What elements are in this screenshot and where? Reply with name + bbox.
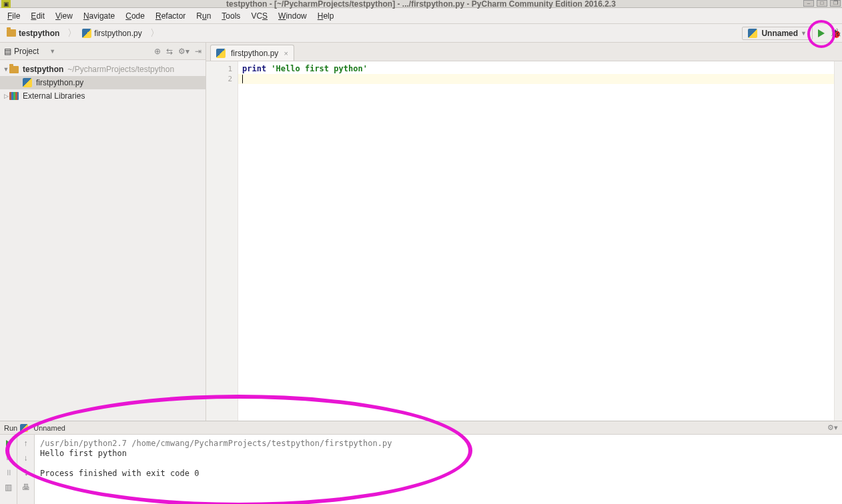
- chevron-down-icon[interactable]: ▼: [3, 66, 9, 73]
- console-exit: Process finished with exit code 0: [40, 469, 837, 479]
- console-output[interactable]: /usr/bin/python2.7 /home/cmwang/PycharmP…: [35, 435, 842, 504]
- menu-navigate[interactable]: Navigate: [79, 10, 119, 22]
- console-command: /usr/bin/python2.7 /home/cmwang/PycharmP…: [40, 439, 837, 449]
- menu-file[interactable]: File: [3, 10, 25, 22]
- soft-wrap-button[interactable]: ⤵: [20, 467, 32, 479]
- play-icon: [818, 29, 825, 37]
- text-cursor: [242, 75, 243, 83]
- project-tree: ▼ testpython ~/PycharmProjects/testpytho…: [0, 60, 205, 421]
- code-area[interactable]: print 'Hello first python': [238, 61, 834, 421]
- editor[interactable]: 1 2 print 'Hello first python': [206, 61, 842, 421]
- menu-code[interactable]: Code: [121, 10, 149, 22]
- minimize-button[interactable]: –: [803, 0, 814, 7]
- chevron-right-icon: 〉: [150, 27, 159, 39]
- folder-icon: [7, 29, 16, 37]
- project-panel-header: ▤ Project ▼ ⊕ ⇆ ⚙▾ ⇥: [0, 43, 205, 60]
- folder-icon: [9, 66, 19, 73]
- breadcrumb-project-label: testpython: [19, 29, 59, 38]
- tree-root[interactable]: ▼ testpython ~/PycharmProjects/testpytho…: [0, 63, 205, 76]
- project-panel-title[interactable]: ▤ Project ▼: [4, 47, 55, 56]
- settings-icon[interactable]: ⚙▾: [178, 47, 189, 56]
- print-button[interactable]: 🖶: [20, 481, 32, 493]
- editor-tab[interactable]: firstpython.py ×: [210, 45, 294, 61]
- menu-vcs[interactable]: VCS: [246, 10, 272, 22]
- run-tool-header: Run Unnamed ⚙▾: [0, 421, 842, 435]
- menubar: File Edit View Navigate Code Refactor Ru…: [0, 8, 842, 24]
- app-icon: ▣: [1, 0, 11, 8]
- chevron-down-icon: ▼: [801, 30, 807, 37]
- line-number-gutter: 1 2: [206, 61, 238, 421]
- window-controls: – □ ❐: [803, 0, 841, 7]
- menu-refactor[interactable]: Refactor: [151, 10, 190, 22]
- menu-tools[interactable]: Tools: [217, 10, 245, 22]
- breadcrumb: testpython 〉 firstpython.py 〉: [0, 24, 161, 42]
- rerun-button[interactable]: [3, 437, 15, 449]
- chevron-down-icon: ▼: [49, 48, 55, 55]
- chevron-right-icon[interactable]: ▷: [3, 93, 9, 99]
- python-file-icon: [23, 78, 32, 87]
- project-toolbar: ⊕ ⇆ ⚙▾ ⇥: [154, 47, 201, 56]
- menu-help[interactable]: Help: [313, 10, 339, 22]
- menu-view[interactable]: View: [51, 10, 77, 22]
- play-icon: [6, 440, 11, 447]
- run-label: Run: [4, 424, 17, 432]
- down-button[interactable]: ↓: [20, 452, 32, 464]
- project-tool-window: ▤ Project ▼ ⊕ ⇆ ⚙▾ ⇥ ▼ testpython ~/Pych…: [0, 43, 206, 421]
- breadcrumb-file[interactable]: firstpython.py: [78, 25, 148, 42]
- editor-tabs: firstpython.py ×: [206, 43, 842, 61]
- collapse-all-icon[interactable]: ⊕: [154, 47, 161, 56]
- python-file-icon: [216, 49, 226, 58]
- run-configuration-selector[interactable]: Unnamed ▼: [742, 27, 813, 40]
- run-settings-button[interactable]: ⚙▾: [827, 423, 838, 432]
- console-stdout: Hello first python: [40, 449, 837, 459]
- maximize-button[interactable]: □: [817, 0, 827, 7]
- run-button[interactable]: [818, 29, 825, 37]
- run-side-toolbar-1: ■ ⏸ ▥: [0, 435, 17, 504]
- library-icon: [9, 92, 19, 100]
- editor-tab-label: firstpython.py: [231, 49, 278, 58]
- chevron-right-icon: 〉: [67, 27, 77, 39]
- run-configuration-name: Unnamed: [761, 29, 798, 38]
- breadcrumb-project[interactable]: testpython: [3, 25, 66, 42]
- scroll-from-source-icon[interactable]: ⇆: [166, 47, 173, 56]
- python-icon: [20, 424, 28, 432]
- menu-window[interactable]: Window: [274, 10, 312, 22]
- tree-external-libraries[interactable]: ▷ External Libraries: [0, 89, 205, 103]
- python-icon: [748, 29, 757, 38]
- editor-area: firstpython.py × 1 2 print 'Hello first …: [206, 43, 842, 421]
- project-view-icon: ▤: [4, 47, 11, 56]
- python-file-icon: [82, 29, 91, 38]
- debug-button[interactable]: 🐞: [830, 29, 839, 38]
- window-title: testpython - [~/PycharmProjects/testpyth…: [226, 0, 616, 9]
- titlebar: ▣ testpython - [~/PycharmProjects/testpy…: [0, 0, 842, 8]
- breadcrumb-file-label: firstpython.py: [94, 29, 141, 38]
- right-gutter: [834, 61, 842, 421]
- close-tab-icon[interactable]: ×: [284, 49, 288, 57]
- tree-file[interactable]: firstpython.py: [0, 76, 205, 89]
- menu-edit[interactable]: Edit: [26, 10, 49, 22]
- hide-icon[interactable]: ⇥: [195, 47, 201, 56]
- layout-button[interactable]: ▥: [3, 481, 15, 493]
- menu-run[interactable]: Run: [191, 10, 216, 22]
- run-side-toolbar-2: ↑ ↓ ⤵ 🖶: [17, 435, 35, 504]
- main-split: ▤ Project ▼ ⊕ ⇆ ⚙▾ ⇥ ▼ testpython ~/Pych…: [0, 43, 842, 421]
- restore-button[interactable]: ❐: [830, 0, 841, 7]
- stop-button[interactable]: ■: [3, 452, 15, 464]
- navigation-bar: testpython 〉 firstpython.py 〉 Unnamed ▼ …: [0, 24, 842, 43]
- up-button[interactable]: ↑: [20, 437, 32, 449]
- run-tool-window: Run Unnamed ⚙▾ ■ ⏸ ▥ ↑ ↓ ⤵ 🖶 /usr/bin/py…: [0, 421, 842, 504]
- pause-button[interactable]: ⏸: [3, 467, 15, 479]
- run-config-name: Unnamed: [33, 424, 65, 432]
